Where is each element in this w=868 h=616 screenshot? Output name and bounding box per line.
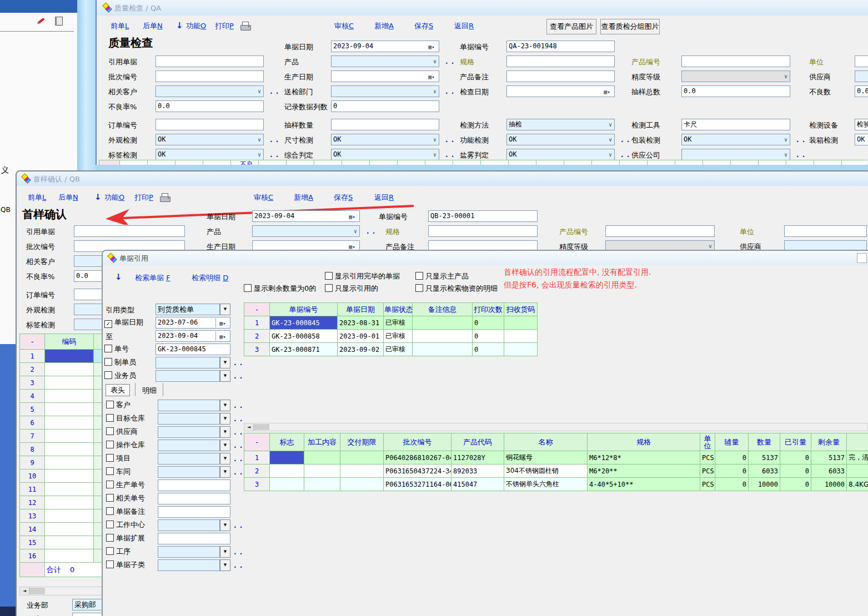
save-link[interactable]: 保存S xyxy=(334,193,353,203)
function-check-dropdown[interactable]: OK∨ xyxy=(506,134,615,145)
dropdown-arrow-button[interactable]: ▼ xyxy=(220,519,230,531)
sample-total-input[interactable]: 0.0 xyxy=(681,85,790,97)
salt-spray-dropdown[interactable]: OK∨ xyxy=(506,149,615,160)
doc-note-input[interactable] xyxy=(158,506,230,518)
customer-filter-checkbox[interactable]: 客户 xyxy=(106,401,131,410)
only-main-product-checkbox[interactable]: 只显示主产品 xyxy=(415,272,469,281)
precision-dropdown[interactable]: ∨ xyxy=(681,70,790,82)
browse-dots-button[interactable]: . . xyxy=(234,359,243,367)
printer-icon[interactable] xyxy=(160,193,170,201)
browse-dots-button[interactable]: . . xyxy=(445,151,454,159)
doc-date-input[interactable]: 2023-09-04▦▾ xyxy=(252,210,360,222)
add-link[interactable]: 新增A xyxy=(294,193,313,203)
view-qc-group-image-button[interactable]: 查看质检分组图片 xyxy=(600,19,660,34)
related-doc-checkbox[interactable]: 相关单号 xyxy=(106,494,145,503)
doc-no-filter-input[interactable]: GK-23-000845 xyxy=(155,344,230,355)
product-dropdown[interactable]: ∨ xyxy=(331,55,439,67)
date-picker-button[interactable]: ▦▾ xyxy=(215,331,229,341)
chevron-down-icon[interactable]: ∨ xyxy=(433,135,436,144)
boxing-check-input[interactable]: OK xyxy=(855,134,868,145)
selected-cell[interactable] xyxy=(270,451,304,464)
browse-dots-button[interactable]: . . xyxy=(234,468,243,476)
date-from-input[interactable]: 2023-07-06▦▾ xyxy=(155,317,230,329)
product-note-input[interactable] xyxy=(506,70,615,82)
chevron-down-icon[interactable]: ∨ xyxy=(258,87,261,96)
workshop-dropdown[interactable] xyxy=(158,466,220,478)
show-zero-remaining-checkbox[interactable]: 显示剩余数量为0的 xyxy=(244,284,316,293)
prev-doc-link[interactable]: 前单L xyxy=(28,193,46,203)
chevron-down-icon[interactable]: ∨ xyxy=(433,57,436,66)
dialog-corner-button[interactable] xyxy=(857,253,867,263)
ref-doc-input[interactable] xyxy=(74,225,185,237)
tab-detail[interactable]: 明细 xyxy=(139,385,160,396)
search-doc-link[interactable]: 检索单据 F xyxy=(135,273,170,283)
scroll-thumb[interactable] xyxy=(29,588,45,594)
doc-subtype-checkbox[interactable]: 单据子类 xyxy=(106,561,145,569)
back-link[interactable]: 返回R xyxy=(454,21,474,31)
dropdown-arrow-button[interactable]: ▼ xyxy=(220,453,230,464)
target-warehouse-checkbox[interactable]: 目标仓库 xyxy=(106,414,145,423)
browse-dots-button[interactable]: . . xyxy=(234,548,243,556)
browse-dots-button[interactable]: . . xyxy=(270,136,279,144)
browse-dots-button[interactable]: . . xyxy=(234,402,243,410)
unit-input[interactable] xyxy=(784,225,867,237)
target-warehouse-dropdown[interactable] xyxy=(158,413,220,425)
chevron-down-icon[interactable]: ∨ xyxy=(784,72,787,81)
date-picker-button[interactable]: ▦▾ xyxy=(215,318,229,327)
qb-titlebar[interactable]: 首样确认 / QB xyxy=(17,171,868,186)
qb-horizontal-scrollbar[interactable]: ◄ xyxy=(19,587,103,595)
prod-date-input[interactable]: ▦▾ xyxy=(331,70,439,82)
product-dropdown[interactable]: ∨ xyxy=(252,225,360,237)
supplier-filter-dropdown[interactable] xyxy=(158,426,220,438)
back-link[interactable]: 返回R xyxy=(374,193,394,203)
dimension-check-dropdown[interactable]: OK∨ xyxy=(331,134,439,145)
save-link[interactable]: 保存S xyxy=(414,21,433,31)
doc-extend-input[interactable] xyxy=(158,533,230,544)
label-check-dropdown[interactable]: OK∨ xyxy=(155,149,264,160)
chevron-down-icon[interactable]: ∨ xyxy=(784,135,787,144)
browse-dots-button[interactable]: . . xyxy=(445,88,454,95)
browse-dots-button[interactable]: . . xyxy=(270,88,279,95)
workshop-filter-checkbox[interactable]: 车间 xyxy=(106,467,131,476)
doc-note-checkbox[interactable]: 单据备注 xyxy=(106,507,145,516)
printer-icon[interactable] xyxy=(240,22,250,30)
prev-doc-link[interactable]: 前单L xyxy=(111,21,129,31)
print-link[interactable]: 打印P xyxy=(134,193,153,203)
chevron-down-icon[interactable]: ∨ xyxy=(433,87,436,96)
selected-cell[interactable] xyxy=(45,350,94,363)
browse-dots-button[interactable]: . . xyxy=(621,151,630,159)
date-picker-button[interactable]: ▦▾ xyxy=(425,72,438,81)
exit-icon[interactable] xyxy=(55,17,63,26)
chevron-down-icon[interactable]: ∨ xyxy=(609,135,612,144)
add-link[interactable]: 新增A xyxy=(374,21,394,31)
tool-input[interactable]: 卡尺 xyxy=(681,119,790,130)
work-center-checkbox[interactable]: 工作中心 xyxy=(106,521,145,529)
scroll-left-button[interactable]: ◄ xyxy=(20,587,29,595)
dropdown-arrow-button[interactable]: ▼ xyxy=(220,400,230,411)
function-down-arrow-icon[interactable]: ↓ xyxy=(94,192,102,202)
selected-cell[interactable]: GK-23-000845 xyxy=(270,316,338,330)
browse-dots-button[interactable]: . . xyxy=(234,415,243,423)
date-to-input[interactable]: 2023-09-04▦▾ xyxy=(155,330,230,342)
view-product-image-button[interactable]: 查看产品图片 xyxy=(546,19,596,34)
method-dropdown[interactable]: 抽检∨ xyxy=(506,119,615,130)
customer-dropdown[interactable]: ∨ xyxy=(155,85,264,97)
dropdown-arrow-button[interactable]: ▼ xyxy=(220,304,230,315)
prod-order-checkbox[interactable]: 生产单号 xyxy=(106,481,145,489)
order-no-input[interactable] xyxy=(155,119,264,130)
prod-order-input[interactable] xyxy=(158,479,230,491)
function-down-arrow-icon[interactable]: ↓ xyxy=(176,21,183,31)
scroll-thumb[interactable] xyxy=(254,424,269,430)
dropdown-arrow-button[interactable]: ▼ xyxy=(220,559,230,571)
browse-dots-button[interactable]: . . xyxy=(234,522,243,529)
date-picker-button[interactable]: ▦▾ xyxy=(600,87,614,96)
function-link[interactable]: 功能O xyxy=(104,193,124,203)
audit-link[interactable]: 审核C xyxy=(254,193,273,203)
customer-filter-dropdown[interactable] xyxy=(158,400,220,411)
supplier-filter-checkbox[interactable]: 供应商 xyxy=(106,427,138,436)
browse-dots-button[interactable]: . . xyxy=(367,228,375,235)
maker-dropdown[interactable] xyxy=(155,357,220,368)
unit-input[interactable] xyxy=(855,55,868,67)
dropdown-arrow-button[interactable]: ▼ xyxy=(220,413,230,425)
product-no-input[interactable] xyxy=(605,225,715,237)
